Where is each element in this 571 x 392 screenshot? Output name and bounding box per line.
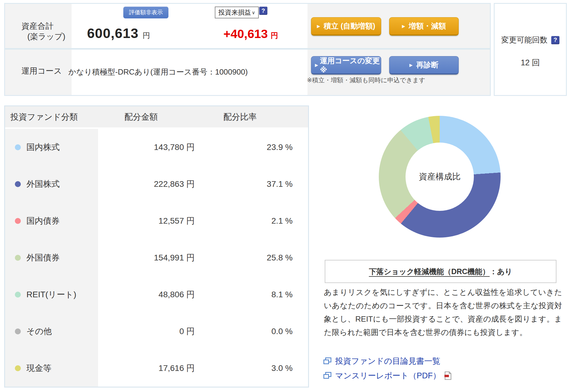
pdf-icon: [444, 371, 452, 380]
table-row: 国内株式 143,780 円 23.9 %: [5, 129, 308, 166]
arrow-right-icon: ▶: [315, 63, 318, 67]
change-count-value: 12 回: [495, 57, 566, 68]
row-amount: 143,780 円: [154, 129, 195, 166]
header-fund-category: 投資ファンド分類: [10, 106, 78, 127]
row-ratio: 23.9 %: [267, 129, 293, 166]
row-amount: 154,991 円: [154, 239, 195, 276]
asset-total: 600,613 円: [87, 25, 150, 41]
category-color-dot: [15, 218, 21, 224]
gain-since-investment: +40,613 円: [223, 27, 278, 41]
table-row: REIT(リート) 48,806 円 8.1 %: [5, 276, 308, 313]
course-description: あまりリスクを気にしすぎずに、とことん収益性を追求していきたいあなたのためのコー…: [324, 286, 562, 339]
table-row: 現金等 17,616 円 3.0 %: [5, 350, 308, 387]
header-allocation-ratio: 配分比率: [223, 106, 257, 127]
row-ratio: 3.0 %: [271, 350, 293, 387]
arrow-right-icon: ▶: [402, 24, 405, 29]
arrow-right-icon: ▶: [409, 63, 413, 67]
row-label: 現金等: [26, 350, 51, 387]
tsumitate-button-label: 積立 (自動増額): [324, 21, 376, 31]
table-row: 外国債券 154,991 円 25.8 %: [5, 239, 308, 276]
asset-summary-box: 資産合計 (楽ラップ) 評価額非表示 600,613 円 投資来損益 ∨ ? +…: [4, 3, 491, 96]
row-amount: 222,863 円: [154, 166, 195, 203]
course-change-button-label: 運用コースの変更※: [320, 56, 381, 74]
allocation-table: 投資ファンド分類 配分金額 配分比率 国内株式 143,780 円 23.9 %…: [4, 105, 309, 388]
drc-feature-title: 下落ショック軽減機能（DRC機能）: [369, 267, 490, 276]
rediagnosis-button-label: 再診断: [416, 60, 438, 70]
row-ratio: 25.8 %: [267, 239, 293, 276]
asset-composition-donut-chart: 資産構成比: [379, 116, 501, 238]
category-color-dot: [15, 181, 21, 187]
header-allocation-amount: 配分金額: [124, 106, 158, 127]
chevron-down-icon: ∨: [252, 10, 255, 15]
row-amount: 0 円: [179, 313, 195, 350]
prospectus-link-label: 投資ファンドの目論見書一覧: [335, 355, 440, 367]
asset-total-label-line1: 資産合計: [21, 21, 65, 31]
row-label: その他: [26, 313, 52, 350]
new-window-icon: [323, 357, 332, 365]
row-ratio: 2.1 %: [271, 203, 293, 239]
allocation-table-header: 投資ファンド分類 配分金額 配分比率: [5, 106, 308, 129]
category-color-dot: [15, 144, 21, 150]
drc-feature-box: 下落ショック軽減機能（DRC機能） ：あり: [325, 260, 556, 283]
category-color-dot: [15, 292, 21, 298]
drc-feature-status: ：あり: [490, 267, 512, 276]
course-value: かなり積極型-DRCあり(運用コース番号：1000900): [68, 67, 248, 77]
gain-unit: 円: [271, 31, 278, 40]
gain-period-select[interactable]: 投資来損益 ∨: [215, 7, 259, 18]
table-row: 外国株式 222,863 円 37.1 %: [5, 166, 308, 203]
course-row-label: 運用コース: [21, 66, 62, 76]
zougaku-button-label: 増額・減額: [409, 21, 446, 31]
row-amount: 17,616 円: [159, 350, 195, 387]
change-count-label: 変更可能回数: [501, 35, 548, 45]
rediagnosis-button[interactable]: ▶ 再診断: [389, 56, 459, 75]
change-count-row: 変更可能回数 ?: [495, 35, 566, 45]
donut-center-label: 資産構成比: [406, 143, 474, 211]
arrow-right-icon: ▶: [317, 24, 320, 29]
document-links: 投資ファンドの目論見書一覧 マンスリーレポート（PDF）: [323, 355, 452, 382]
row-amount: 12,557 円: [159, 203, 195, 239]
monthly-report-link[interactable]: マンスリーレポート（PDF）: [323, 370, 452, 382]
course-change-button[interactable]: ▶ 運用コースの変更※: [311, 56, 381, 75]
table-row: その他 0 円 0.0 %: [5, 313, 308, 350]
asset-total-label-line2: (楽ラップ): [21, 31, 65, 42]
change-count-box: 変更可能回数 ? 12 回: [494, 3, 567, 96]
row-ratio: 37.1 %: [267, 166, 293, 203]
change-count-help-icon[interactable]: ?: [551, 36, 559, 44]
row-ratio: 8.1 %: [271, 276, 293, 313]
category-color-dot: [15, 365, 21, 371]
table-row: 国内債券 12,557 円 2.1 %: [5, 203, 308, 239]
zougaku-button[interactable]: ▶ 増額・減額: [389, 17, 459, 36]
gain-period-selected: 投資来損益: [218, 8, 251, 17]
prospectus-link[interactable]: 投資ファンドの目論見書一覧: [323, 355, 452, 367]
gain-value: +40,613: [223, 27, 268, 41]
row-label: REIT(リート): [26, 276, 76, 313]
row-label: 外国債券: [26, 239, 60, 276]
row-label: 外国株式: [26, 166, 60, 203]
row-ratio: 0.0 %: [271, 313, 293, 350]
gain-help-icon[interactable]: ?: [259, 7, 267, 15]
tsumitate-button[interactable]: ▶ 積立 (自動増額): [311, 17, 381, 36]
asset-total-label: 資産合計 (楽ラップ): [21, 21, 65, 42]
hide-valuation-button[interactable]: 評価額非表示: [123, 7, 168, 18]
category-color-dot: [15, 328, 21, 334]
simultaneous-application-note: ※積立・増額・減額も同時に申込できます: [307, 76, 425, 84]
asset-total-unit: 円: [143, 31, 150, 40]
row-amount: 48,806 円: [159, 276, 195, 313]
row-divider: [5, 48, 490, 50]
monthly-report-link-label: マンスリーレポート（PDF）: [335, 370, 441, 382]
new-window-icon: [323, 372, 332, 380]
row-label: 国内債券: [26, 203, 60, 239]
row-label: 国内株式: [26, 129, 60, 166]
category-color-dot: [15, 255, 21, 261]
asset-total-value: 600,613: [87, 25, 138, 41]
allocation-table-body: 国内株式 143,780 円 23.9 % 外国株式 222,863 円 37.…: [5, 129, 308, 387]
